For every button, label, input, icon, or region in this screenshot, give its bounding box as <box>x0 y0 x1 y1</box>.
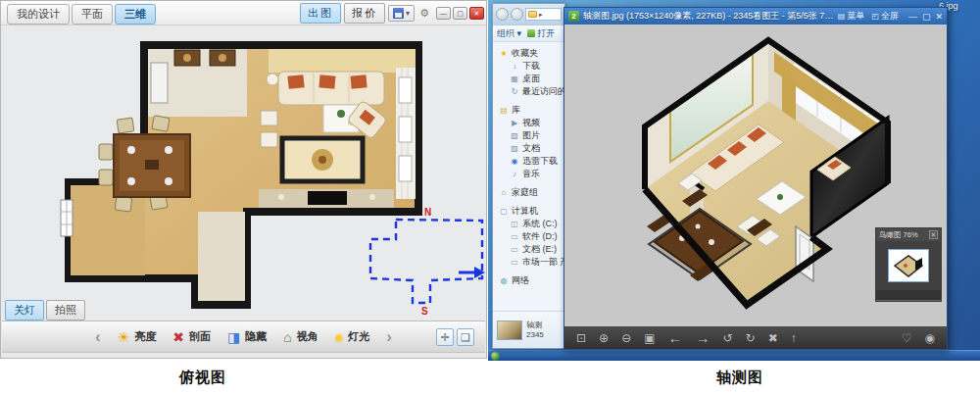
ceiling-band <box>269 49 416 73</box>
viewer-titlebar[interactable]: 2 轴测图.jpg (1753×1240像素, 227KB) - 2345看图王… <box>564 8 947 25</box>
start-button[interactable] <box>491 352 500 361</box>
quote-button[interactable]: 报价 <box>344 3 385 24</box>
back-button[interactable] <box>496 8 509 21</box>
compass-north-label: N <box>424 207 431 218</box>
sidebar-item[interactable]: ▭ 软件 (D:) <box>495 230 564 243</box>
sidebar-item-label: 软件 (D:) <box>522 230 558 243</box>
viewer-tool-button[interactable]: ↺ <box>723 332 733 344</box>
windows-desktop: 6.jpg ▸ 组织 ▾ 打开 <box>488 0 980 361</box>
sidebar-item[interactable]: ◫ 系统 (C:) <box>495 218 564 230</box>
fullscreen-button[interactable]: ◰ 全屏 <box>871 10 899 23</box>
caption-axonometric-view: 轴测图 <box>716 369 763 387</box>
address-bar[interactable]: ▸ <box>525 8 562 21</box>
sidebar-item[interactable]: ▨ 文档 <box>495 142 564 155</box>
tool-label: 亮度 <box>134 329 156 344</box>
frame-view-button[interactable]: ❏ <box>457 328 474 346</box>
render-toolbar: ‹ ☀ 亮度 ✖ 剖面 ◨ 隐藏 <box>2 321 485 353</box>
sidebar-item[interactable]: ▢ 计算机 <box>495 205 564 218</box>
left-window <box>61 200 73 236</box>
render-tool-item[interactable]: ● 灯光 <box>335 329 369 344</box>
sidebar-item[interactable]: ▭ 市场一部 产 <box>495 256 564 269</box>
sidebar-item[interactable]: ◍ 网络 <box>495 274 564 287</box>
viewer-canvas[interactable]: 鸟瞰图 76% ✕ <box>564 25 947 326</box>
export-image-button[interactable]: 出图 <box>300 3 341 24</box>
sidebar-item[interactable]: ♪ 音乐 <box>495 168 564 180</box>
toolbar-prev-arrow[interactable]: ‹ <box>95 328 101 345</box>
render-tool-item[interactable]: ⌂ 视角 <box>283 329 318 344</box>
minimize-button[interactable]: — <box>908 12 917 22</box>
sidebar-item[interactable]: ↓ 下载 <box>495 60 564 73</box>
maximize-button[interactable]: ▢ <box>922 12 931 22</box>
window-controls: — ▢ ✕ <box>436 7 484 20</box>
sidebar-item-label: 迅雷下载 <box>522 155 558 168</box>
navigator-thumbnail[interactable] <box>888 249 929 282</box>
viewer-tool-button[interactable]: ◉ <box>925 332 935 344</box>
sidebar-item[interactable]: ↻ 最近访问的位置 <box>495 85 564 98</box>
sidebar-item-label: 计算机 <box>512 205 538 218</box>
viewer-tool-button[interactable]: ↑ <box>791 332 797 344</box>
design-mode-tab[interactable]: 平面 <box>72 4 113 25</box>
minimize-button[interactable]: — <box>436 7 451 20</box>
close-button[interactable]: ✕ <box>469 7 484 20</box>
viewer-tool-button[interactable]: ⊖ <box>621 332 631 344</box>
image-viewer-window: 2 轴测图.jpg (1753×1240像素, 227KB) - 2345看图王… <box>564 7 948 350</box>
viewer-tool-button[interactable]: ⊡ <box>576 332 586 344</box>
sidebar-item-label: 下载 <box>522 60 540 73</box>
design-mode-tab[interactable]: 我的设计 <box>7 4 70 25</box>
viewer-tool-button[interactable]: ▣ <box>644 332 655 344</box>
sidebar-item-icon: ◉ <box>510 157 519 166</box>
render-view-tab[interactable]: 拍照 <box>46 300 85 321</box>
sidebar-item[interactable]: ▤ 库 <box>495 104 564 117</box>
gear-icon[interactable]: ⚙ <box>417 7 431 20</box>
viewer-tool-button[interactable]: ✖ <box>768 332 778 344</box>
taskbar[interactable] <box>488 350 980 361</box>
sidebar-item[interactable]: ⌂ 家庭组 <box>495 186 564 199</box>
sidebar-item-icon: ▦ <box>510 74 519 83</box>
sidebar-item-icon: ▧ <box>510 131 519 140</box>
menu-button[interactable]: ▤ 菜单 <box>838 10 865 23</box>
restore-button[interactable]: ▢ <box>453 7 467 20</box>
render-view-tab[interactable]: 关灯 <box>5 300 44 321</box>
explorer-status-bar: 轴测 2345 <box>493 311 564 348</box>
design-canvas[interactable]: N S <box>2 25 485 319</box>
close-button[interactable]: ✕ <box>935 12 943 22</box>
viewer-title: 轴测图.jpg (1753×1240像素, 227KB) - 2345看图王 -… <box>583 10 834 23</box>
save-button[interactable]: ▾ <box>388 5 415 22</box>
tool-icon: ● <box>335 330 343 344</box>
sidebar-item-label: 图片 <box>522 129 540 142</box>
viewer-tool-button[interactable]: ♡ <box>902 332 912 344</box>
viewer-app-icon: 2 <box>568 11 579 22</box>
sidebar-item[interactable]: ▦ 桌面 <box>495 73 564 85</box>
forward-button[interactable] <box>511 8 523 21</box>
render-tool-item[interactable]: ✖ 剖面 <box>172 329 211 344</box>
sidebar-item-label: 网络 <box>512 274 529 287</box>
viewer-tool-button[interactable]: → <box>696 330 710 345</box>
navigator-close-icon[interactable]: ✕ <box>929 230 938 239</box>
viewer-tool-button[interactable]: ↻ <box>746 332 756 344</box>
sidebar-item-icon: ▭ <box>510 258 519 267</box>
chevron-down-icon: ▾ <box>406 9 410 18</box>
sidebar-item-icon: ↓ <box>510 62 519 71</box>
toolbar-next-arrow[interactable]: › <box>386 328 392 345</box>
sidebar-item[interactable]: ▭ 文档 (E:) <box>495 243 564 256</box>
sidebar-item-icon: ★ <box>499 49 509 58</box>
floppy-icon <box>393 8 404 19</box>
design-app-tabs: 我的设计平面三维 <box>7 4 156 25</box>
render-tool-item[interactable]: ◨ 隐藏 <box>227 329 267 344</box>
sidebar-item[interactable]: ▶ 视频 <box>495 117 564 129</box>
sidebar-item[interactable]: ▧ 图片 <box>495 129 564 142</box>
design-mode-tab[interactable]: 三维 <box>115 4 156 25</box>
upper-door <box>151 63 168 103</box>
open-button[interactable]: 打开 <box>527 27 555 40</box>
compass-south-label: S <box>421 306 428 317</box>
sidebar-item[interactable]: ◉ 迅雷下载 <box>495 155 564 168</box>
viewer-tool-button[interactable]: ← <box>668 330 683 345</box>
organize-menu[interactable]: 组织 ▾ <box>497 27 521 40</box>
pan-hand-button[interactable]: ✛ <box>436 328 454 346</box>
sidebar-item[interactable]: ★ 收藏夹 <box>495 47 564 60</box>
viewer-tool-button[interactable]: ⊕ <box>599 332 609 344</box>
sidebar-item-icon: ▭ <box>510 245 519 254</box>
render-tool-item[interactable]: ☀ 亮度 <box>118 329 157 344</box>
status-file-meta: 2345 <box>526 330 544 340</box>
tool-label: 剖面 <box>189 329 211 344</box>
